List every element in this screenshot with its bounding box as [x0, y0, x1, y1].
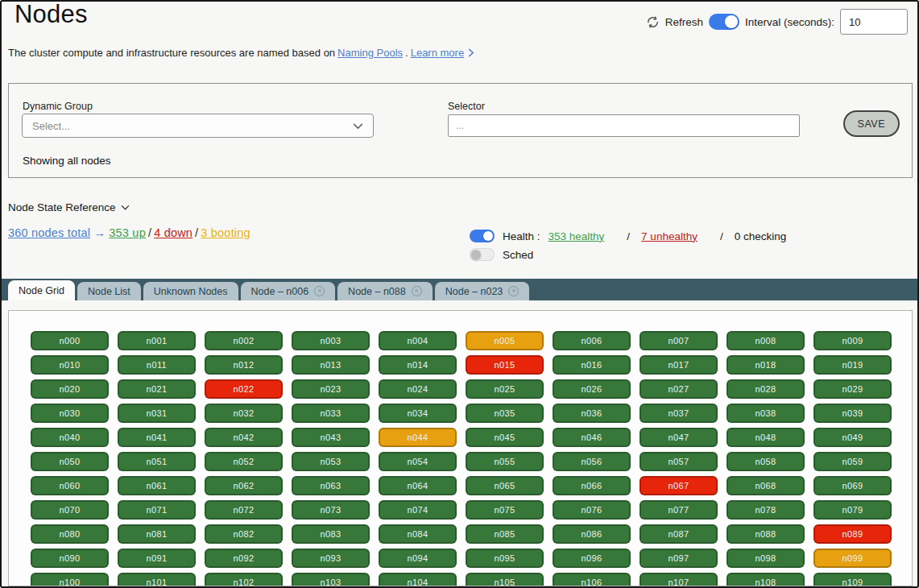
node-n082[interactable]: n082	[205, 524, 283, 544]
node-n094[interactable]: n094	[379, 549, 457, 568]
dynamic-group-select[interactable]: Select...	[22, 114, 374, 138]
node-n083[interactable]: n083	[292, 524, 370, 544]
unhealthy-link[interactable]: 7 unhealthy	[641, 230, 698, 242]
node-n040[interactable]: n040	[31, 428, 109, 447]
node-n016[interactable]: n016	[553, 355, 631, 375]
sched-toggle[interactable]	[470, 248, 495, 261]
node-n022[interactable]: n022	[205, 379, 283, 399]
node-n069[interactable]: n069	[813, 476, 892, 495]
node-n058[interactable]: n058	[727, 452, 805, 471]
node-n056[interactable]: n056	[553, 452, 631, 471]
tab-close-icon[interactable]: ×	[508, 286, 519, 296]
health-toggle[interactable]	[470, 230, 495, 242]
node-n024[interactable]: n024	[379, 379, 457, 399]
node-n099[interactable]: n099	[813, 549, 892, 568]
node-n053[interactable]: n053	[292, 452, 370, 471]
node-n098[interactable]: n098	[727, 549, 805, 568]
node-n030[interactable]: n030	[31, 404, 109, 423]
node-n031[interactable]: n031	[118, 404, 196, 423]
node-n096[interactable]: n096	[553, 549, 631, 568]
node-n062[interactable]: n062	[205, 476, 283, 495]
node-n009[interactable]: n009	[813, 331, 892, 350]
node-n102[interactable]: n102	[205, 573, 283, 586]
node-n097[interactable]: n097	[640, 549, 718, 568]
node-n041[interactable]: n041	[118, 428, 196, 447]
node-n052[interactable]: n052	[205, 452, 283, 471]
tab-node-list[interactable]: Node List	[77, 282, 141, 300]
node-n091[interactable]: n091	[118, 549, 196, 568]
node-n095[interactable]: n095	[466, 549, 544, 568]
node-n078[interactable]: n078	[727, 500, 805, 520]
node-n003[interactable]: n003	[292, 331, 370, 350]
tab-node-n023[interactable]: Node – n023×	[435, 282, 530, 300]
node-n084[interactable]: n084	[379, 524, 457, 544]
node-state-reference-expander[interactable]: Node State Reference	[8, 201, 130, 213]
node-n085[interactable]: n085	[466, 524, 544, 544]
node-n015[interactable]: n015	[466, 355, 544, 375]
node-n046[interactable]: n046	[553, 428, 631, 447]
node-n080[interactable]: n080	[31, 524, 109, 544]
node-n106[interactable]: n106	[553, 573, 631, 586]
node-n008[interactable]: n008	[727, 331, 805, 350]
node-n033[interactable]: n033	[292, 404, 370, 423]
node-n072[interactable]: n072	[205, 500, 283, 520]
node-n049[interactable]: n049	[813, 428, 892, 447]
node-n005[interactable]: n005	[466, 331, 544, 350]
node-n059[interactable]: n059	[813, 452, 892, 471]
naming-pools-link[interactable]: Naming Pools	[337, 47, 403, 59]
node-n054[interactable]: n054	[379, 452, 457, 471]
node-n087[interactable]: n087	[640, 524, 718, 544]
node-n000[interactable]: n000	[31, 331, 109, 350]
node-n068[interactable]: n068	[727, 476, 805, 495]
node-n089[interactable]: n089	[813, 524, 892, 544]
node-n025[interactable]: n025	[466, 379, 544, 399]
tab-close-icon[interactable]: ×	[412, 286, 422, 296]
node-n019[interactable]: n019	[813, 355, 892, 375]
node-n013[interactable]: n013	[292, 355, 370, 375]
node-n043[interactable]: n043	[292, 428, 370, 447]
tab-unknown-nodes[interactable]: Unknown Nodes	[143, 282, 238, 300]
node-n037[interactable]: n037	[640, 404, 718, 423]
node-n074[interactable]: n074	[379, 500, 457, 520]
node-n012[interactable]: n012	[205, 355, 283, 375]
node-n063[interactable]: n063	[292, 476, 370, 495]
node-n007[interactable]: n007	[640, 331, 718, 350]
node-n029[interactable]: n029	[813, 379, 892, 399]
node-n101[interactable]: n101	[118, 573, 196, 586]
node-n081[interactable]: n081	[118, 524, 196, 544]
node-n075[interactable]: n075	[466, 500, 544, 520]
node-n010[interactable]: n010	[31, 355, 109, 375]
node-n020[interactable]: n020	[31, 379, 109, 399]
save-button[interactable]: SAVE	[843, 110, 900, 137]
node-n109[interactable]: n109	[813, 573, 892, 586]
node-n034[interactable]: n034	[379, 404, 457, 423]
node-n017[interactable]: n017	[640, 355, 718, 375]
node-n027[interactable]: n027	[640, 379, 718, 399]
node-n023[interactable]: n023	[292, 379, 370, 399]
node-n028[interactable]: n028	[727, 379, 805, 399]
node-n073[interactable]: n073	[292, 500, 370, 520]
node-n050[interactable]: n050	[31, 452, 109, 471]
nodes-down-link[interactable]: 4 down	[154, 226, 192, 239]
node-n001[interactable]: n001	[118, 331, 196, 350]
node-n060[interactable]: n060	[31, 476, 109, 495]
node-n079[interactable]: n079	[813, 500, 892, 520]
healthy-link[interactable]: 353 healthy	[549, 230, 605, 242]
node-n026[interactable]: n026	[553, 379, 631, 399]
node-n066[interactable]: n066	[553, 476, 631, 495]
node-n070[interactable]: n070	[31, 500, 109, 520]
interval-input[interactable]	[840, 9, 908, 35]
node-n032[interactable]: n032	[205, 404, 283, 423]
node-n048[interactable]: n048	[727, 428, 805, 447]
node-n004[interactable]: n004	[379, 331, 457, 350]
nodes-booting-link[interactable]: 3 booting	[201, 226, 250, 239]
learn-more-link[interactable]: Learn more	[411, 47, 464, 59]
node-n076[interactable]: n076	[553, 500, 631, 520]
node-n061[interactable]: n061	[118, 476, 196, 495]
node-n107[interactable]: n107	[640, 573, 718, 586]
node-n057[interactable]: n057	[640, 452, 718, 471]
tab-close-icon[interactable]: ×	[314, 286, 325, 296]
node-n044[interactable]: n044	[379, 428, 457, 447]
node-n036[interactable]: n036	[553, 404, 631, 423]
node-n042[interactable]: n042	[205, 428, 283, 447]
